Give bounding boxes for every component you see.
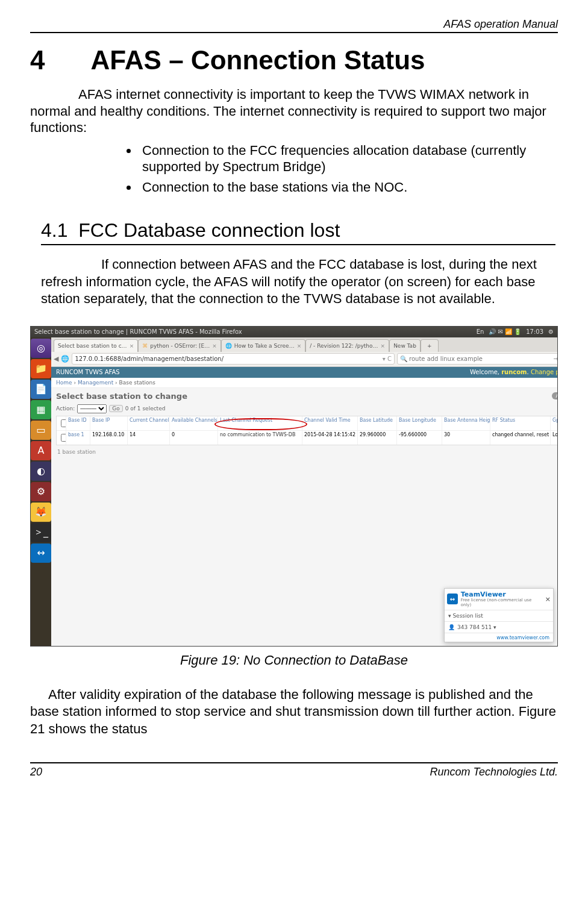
cell-ch: 14 — [128, 431, 170, 445]
cell-lo: -95.660000 — [397, 431, 442, 445]
teamviewer-subtitle: Free license (non-commercial use only) — [461, 598, 542, 607]
browser-tabstrip: Select base station to c…× ⌘python - OSE… — [51, 337, 558, 352]
crumb-current: Base stations — [119, 380, 155, 386]
launcher-dash-icon[interactable]: ◎ — [31, 339, 51, 358]
address-bar[interactable]: 127.0.0.1:6688/admin/management/basestat… — [72, 353, 395, 365]
lang-indicator[interactable]: En — [477, 328, 484, 335]
col-rf-status[interactable]: RF Status — [490, 416, 551, 430]
col-valid-time[interactable]: Channel Valid Time — [302, 416, 358, 430]
launcher-eclipse-icon[interactable]: ◐ — [31, 462, 51, 481]
cell-ht: 30 — [442, 431, 490, 445]
footer-company: Runcom Technologies Ltd. — [430, 766, 558, 778]
col-last-request[interactable]: Last Channel Request — [218, 416, 302, 430]
teamviewer-session-dropdown[interactable]: ▾ Session list — [448, 613, 549, 619]
teamviewer-link[interactable]: www.teamviewer.com — [496, 635, 549, 640]
header-rule — [30, 32, 558, 33]
cell-ip: 192.168.0.10 — [90, 431, 128, 445]
table-row: base 1 192.168.0.10 14 0 no communicatio… — [57, 431, 558, 445]
close-icon: × — [212, 343, 217, 349]
section-title: FCC Database connection lost — [78, 219, 340, 241]
crumb-management[interactable]: Management — [78, 380, 113, 386]
close-icon[interactable]: × — [545, 595, 551, 603]
col-id[interactable]: Base ID — [66, 416, 90, 430]
header-manual-title: AFAS operation Manual — [30, 18, 558, 31]
bullet-1: Connection to the FCC frequencies alloca… — [139, 142, 558, 175]
browser-tab-2[interactable]: ⌘python - OSError: [E…× — [138, 339, 221, 352]
add-base-station-button[interactable]: Add base station+ — [552, 392, 558, 399]
teamviewer-title: TeamViewer — [461, 591, 542, 598]
python-icon: ⌘ — [142, 343, 148, 349]
section-heading: 4.1 FCC Database connection lost — [41, 219, 555, 242]
col-antenna-height[interactable]: Base Antenna Height — [442, 416, 490, 430]
cell-lr: no communication to TVWS-DB — [218, 431, 302, 445]
browser-tab-1[interactable]: Select base station to c…× — [54, 339, 138, 352]
launcher-writer-icon[interactable]: 📄 — [31, 380, 51, 399]
gear-icon[interactable]: ⚙ — [548, 328, 554, 335]
back-icon[interactable]: ◀ — [54, 355, 58, 363]
section-rule — [41, 244, 555, 245]
cell-id[interactable]: base 1 — [66, 431, 90, 445]
unity-launcher: ◎ 📁 📄 ▦ ▭ A ◐ ⚙ 🦊 ＞_ ↔ — [31, 337, 51, 646]
person-icon: 👤 — [448, 624, 455, 630]
launcher-software-icon[interactable]: A — [31, 441, 51, 460]
user-link[interactable]: runcom — [501, 369, 527, 375]
col-available-channels[interactable]: Available Channels — [170, 416, 218, 430]
gnome-topbar: Select base station to change | RUNCOM T… — [31, 327, 557, 337]
col-gps-status[interactable]: Gps status — [551, 416, 558, 430]
col-longitude[interactable]: Base Longitude — [397, 416, 442, 430]
launcher-settings-icon[interactable]: ⚙ — [31, 482, 51, 501]
clock[interactable]: 17:03 — [526, 328, 543, 335]
cell-vt: 2015-04-28 14:15:42 — [302, 431, 358, 445]
page-title: Select base station to change — [56, 392, 187, 401]
figure-caption: Figure 19: No Connection to DataBase — [30, 653, 558, 668]
col-ip[interactable]: Base IP — [90, 416, 128, 430]
cell-av: 0 — [170, 431, 218, 445]
globe-icon: 🌐 — [61, 355, 69, 363]
bullet-2: Connection to the base stations via the … — [139, 179, 558, 196]
launcher-teamviewer-icon[interactable]: ↔ — [31, 543, 51, 563]
teamviewer-window[interactable]: ↔ TeamViewer Free license (non-commercia… — [444, 588, 554, 642]
close-icon: × — [130, 343, 134, 349]
selection-count: 0 of 1 selected — [125, 406, 166, 412]
browser-tab-3[interactable]: 🌐How to Take a Scree…× — [221, 339, 305, 352]
basestation-table: Base ID Base IP Current Channel Availabl… — [56, 416, 558, 445]
window-title: Select base station to change | RUNCOM T… — [34, 328, 242, 335]
launcher-calc-icon[interactable]: ▦ — [31, 400, 51, 419]
launcher-files-icon[interactable]: 📁 — [31, 359, 51, 378]
paragraph-after-figure: After validity expiration of the databas… — [30, 686, 558, 738]
section-number: 4.1 — [41, 219, 67, 241]
row-checkbox[interactable] — [61, 434, 66, 442]
action-select[interactable]: ——— — [77, 404, 107, 413]
django-brandbar: RUNCOM TVWS AFAS Welcome, runcom. Change… — [51, 367, 558, 378]
crumb-home[interactable]: Home — [56, 380, 72, 386]
launcher-impress-icon[interactable]: ▭ — [31, 421, 51, 440]
section-body: If connection between AFAS and the FCC d… — [41, 256, 555, 308]
new-tab-button[interactable]: + — [421, 339, 439, 352]
intro-paragraph: AFAS internet connectivity is important … — [30, 86, 558, 136]
go-button[interactable]: Go — [109, 405, 122, 412]
launcher-terminal-icon[interactable]: ＞_ — [31, 523, 51, 542]
browser-navbar: ◀ 🌐 127.0.0.1:6688/admin/management/base… — [51, 352, 558, 367]
search-bar[interactable]: 🔍route add linux example→ — [397, 353, 558, 365]
close-icon: × — [381, 343, 386, 349]
col-current-channel[interactable]: Current Channel — [128, 416, 170, 430]
teamviewer-session-id[interactable]: 343 784 511 ▾ — [457, 624, 496, 630]
close-icon: × — [297, 343, 302, 349]
cell-gp: Lock — [551, 431, 558, 445]
cell-la: 29.960000 — [358, 431, 397, 445]
chapter-heading: 4 AFAS – Connection Status — [30, 45, 558, 75]
app-brand: RUNCOM TVWS AFAS — [56, 369, 120, 375]
browser-tab-4[interactable]: / - Revision 122: /pytho…× — [305, 339, 389, 352]
cell-rf: changed channel, reset — [490, 431, 551, 445]
record-count: 1 base station — [51, 446, 558, 457]
browser-tab-5[interactable]: New Tab — [389, 339, 421, 352]
breadcrumb: Home › Management › Base stations — [51, 378, 558, 388]
auth-links[interactable]: Change password / Log out — [531, 369, 558, 375]
teamviewer-logo-icon: ↔ — [447, 594, 458, 604]
launcher-firefox-icon[interactable]: 🦊 — [31, 503, 51, 522]
system-tray-icons[interactable]: 🔊 ✉ 📶 🔋 — [489, 328, 521, 335]
select-all-checkbox[interactable] — [61, 419, 66, 427]
intro-bullets: Connection to the FCC frequencies alloca… — [30, 142, 558, 196]
figure-screenshot: Select base station to change | RUNCOM T… — [30, 326, 558, 647]
col-latitude[interactable]: Base Latitude — [358, 416, 397, 430]
